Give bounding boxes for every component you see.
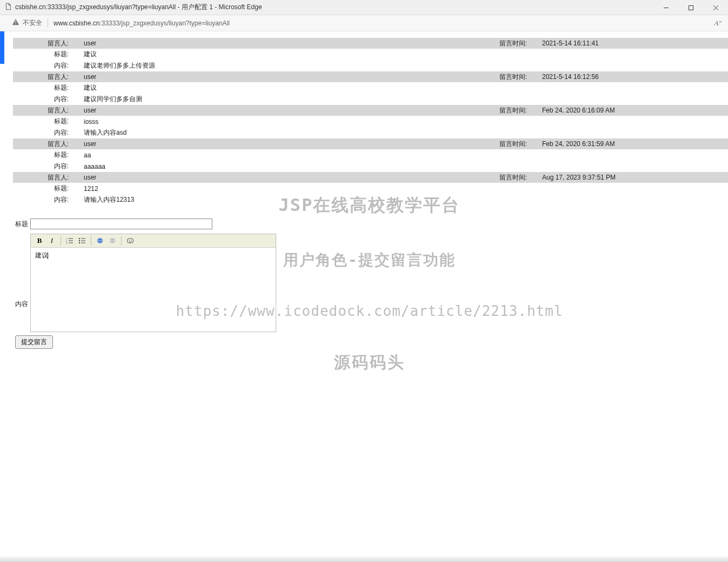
aa-icon: A" — [714, 19, 722, 27]
time-label: 留言时间: — [469, 39, 539, 48]
ordered-list-button[interactable]: 123 — [64, 235, 75, 246]
unordered-list-button[interactable] — [77, 235, 88, 246]
bottom-shadow — [0, 556, 728, 562]
person-label: 留言人: — [13, 106, 81, 115]
message-block: 留言人: user 留言时间: Aug 17, 2023 9:37:51 PM … — [13, 172, 728, 206]
message-content-row: 内容: aaaaaa — [13, 161, 728, 172]
url-display[interactable]: www.csbishe.cn:33333/jsp_zxgxedusys/liuy… — [54, 19, 230, 27]
emoticon-button[interactable] — [125, 235, 136, 246]
content-value: 请输入内容asd — [81, 128, 728, 137]
browser-tab-bar: csbishe.cn:33333/jsp_zxgxedusys/liuyan?t… — [0, 0, 728, 15]
content-value: 建议同学们多多自测 — [81, 95, 728, 104]
browser-tab[interactable]: csbishe.cn:33333/jsp_zxgxedusys/liuyan?t… — [4, 3, 262, 12]
content-value: 建议老师们多多上传资源 — [81, 61, 728, 70]
message-title-row: 标题: 1212 — [13, 183, 728, 194]
link-button[interactable] — [95, 235, 105, 246]
message-header-row: 留言人: user 留言时间: Feb 24, 2020 6:31:59 AM — [13, 138, 728, 149]
window-controls — [653, 0, 728, 15]
title-input[interactable] — [30, 219, 212, 229]
title-value: iosss — [81, 118, 728, 125]
title-label: 标题: — [13, 150, 81, 160]
message-list: 留言人: user 留言时间: 2021-5-14 16:11:41 标题: 建… — [13, 38, 728, 206]
title-label: 标题: — [13, 117, 81, 126]
italic-button[interactable]: I — [46, 235, 57, 246]
minimize-button[interactable] — [653, 0, 678, 15]
content-label: 内容: — [13, 195, 81, 204]
editor-text: 建议 — [35, 252, 49, 259]
editor-toolbar: B I 123 — [30, 234, 276, 248]
page-content: 留言人: user 留言时间: 2021-5-14 16:11:41 标题: 建… — [11, 31, 728, 562]
address-separator — [48, 19, 48, 28]
toolbar-separator — [121, 236, 122, 246]
title-value: 建议 — [81, 83, 728, 92]
time-label: 留言时间: — [469, 173, 539, 182]
message-content-row: 内容: 请输入内容asd — [13, 127, 728, 138]
svg-point-15 — [131, 240, 132, 241]
time-label: 留言时间: — [469, 106, 539, 115]
person-value: user — [81, 174, 469, 181]
person-value: user — [81, 107, 469, 114]
time-value: 2021-5-14 16:11:41 — [539, 39, 728, 47]
bold-button[interactable]: B — [34, 235, 45, 246]
content-value: aaaaaa — [81, 163, 728, 170]
maximize-button[interactable] — [678, 0, 703, 15]
title-label: 标题: — [13, 184, 81, 193]
time-value: Feb 24, 2020 6:16:09 AM — [539, 107, 728, 114]
message-header-row: 留言人: user 留言时间: Feb 24, 2020 6:16:09 AM — [13, 105, 728, 116]
svg-point-8 — [79, 242, 80, 243]
title-value: aa — [81, 151, 728, 159]
toolbar-separator — [61, 236, 61, 246]
message-title-row: 标题: iosss — [13, 116, 728, 127]
url-host: www.csbishe.cn — [54, 19, 99, 27]
form-title-label: 标题 — [15, 219, 30, 229]
content-label: 内容: — [13, 162, 81, 171]
content-value: 请输入内容12313 — [81, 195, 728, 204]
message-block: 留言人: user 留言时间: Feb 24, 2020 6:31:59 AM … — [13, 138, 728, 172]
svg-text:3: 3 — [66, 242, 68, 244]
content-label: 内容: — [13, 128, 81, 137]
time-value: Feb 24, 2020 6:31:59 AM — [539, 140, 728, 148]
person-label: 留言人: — [13, 140, 81, 149]
message-block: 留言人: user 留言时间: 2021-5-14 16:12:56 标题: 建… — [13, 71, 728, 105]
message-header-row: 留言人: user 留言时间: Aug 17, 2023 9:37:51 PM — [13, 172, 728, 183]
title-label: 标题: — [13, 83, 81, 92]
close-button[interactable] — [703, 0, 728, 15]
svg-rect-0 — [689, 5, 693, 10]
message-header-row: 留言人: user 留言时间: 2021-5-14 16:12:56 — [13, 71, 728, 82]
person-value: user — [81, 73, 469, 81]
title-value: 建议 — [81, 50, 728, 59]
form-content-label: 内容 — [15, 299, 30, 309]
toolbar-separator — [91, 236, 91, 246]
warning-icon — [12, 18, 19, 28]
content-label: 内容: — [13, 61, 81, 70]
unlink-button[interactable] — [107, 235, 118, 246]
message-form: 标题 内容 B I 123 — [13, 219, 728, 349]
message-title-row: 标题: 建议 — [13, 82, 728, 94]
person-label: 留言人: — [13, 72, 81, 82]
insecure-warning[interactable]: 不安全 — [12, 18, 42, 28]
person-value: user — [81, 140, 469, 148]
url-path: :33333/jsp_zxgxedusys/liuyan?type=liuyan… — [99, 19, 230, 27]
insecure-label: 不安全 — [23, 18, 42, 28]
time-label: 留言时间: — [469, 140, 539, 149]
message-header-row: 留言人: user 留言时间: 2021-5-14 16:11:41 — [13, 38, 728, 49]
person-value: user — [81, 39, 469, 47]
time-label: 留言时间: — [469, 72, 539, 82]
editor-body[interactable]: 建议 — [30, 248, 276, 332]
document-icon — [4, 3, 12, 12]
svg-point-2 — [15, 23, 16, 24]
tab-title: csbishe.cn:33333/jsp_zxgxedusys/liuyan?t… — [15, 3, 262, 12]
rich-text-editor: B I 123 — [30, 234, 276, 332]
left-edge-sliver — [0, 31, 4, 562]
read-aloud-button[interactable]: A" — [714, 19, 722, 28]
address-bar: 不安全 www.csbishe.cn:33333/jsp_zxgxedusys/… — [0, 15, 728, 31]
svg-rect-1 — [15, 21, 16, 23]
message-content-row: 内容: 建议同学们多多自测 — [13, 94, 728, 105]
svg-point-14 — [129, 240, 130, 241]
submit-button[interactable]: 提交留言 — [15, 335, 53, 349]
content-label: 内容: — [13, 95, 81, 104]
person-label: 留言人: — [13, 173, 81, 182]
message-content-row: 内容: 建议老师们多多上传资源 — [13, 60, 728, 71]
message-block: 留言人: user 留言时间: 2021-5-14 16:11:41 标题: 建… — [13, 38, 728, 71]
svg-point-6 — [79, 238, 80, 239]
